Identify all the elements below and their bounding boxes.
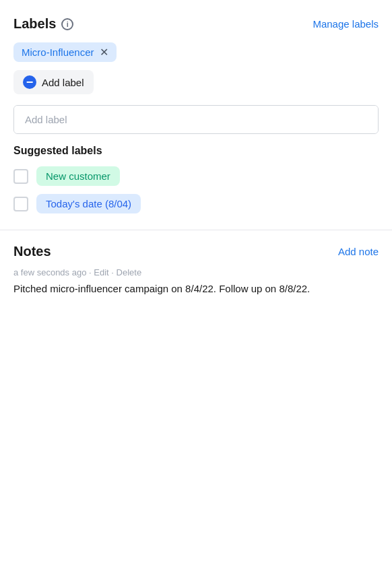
minus-circle-icon: −: [23, 75, 36, 89]
suggested-labels-list: New customer Today's date (8/04): [13, 166, 379, 213]
tags-row: Micro-Influencer ✕: [13, 42, 379, 62]
tag-chip-text: Micro-Influencer: [22, 46, 94, 58]
suggested-labels-title: Suggested labels: [13, 145, 379, 157]
labels-info-icon[interactable]: i: [61, 18, 73, 30]
labels-title: Labels: [13, 16, 56, 32]
note-meta: a few seconds ago · Edit · Delete: [13, 267, 379, 277]
add-label-button[interactable]: − Add label: [13, 70, 94, 94]
suggested-item-checkbox-todays-date[interactable]: [13, 197, 28, 211]
note-content: Pitched micro-influencer campaign on 8/4…: [13, 282, 379, 297]
manage-labels-link[interactable]: Manage labels: [313, 18, 379, 30]
label-input-wrapper: [13, 105, 379, 134]
add-note-link[interactable]: Add note: [338, 246, 379, 257]
suggested-tag-todays-date[interactable]: Today's date (8/04): [36, 194, 141, 213]
note-edit-link[interactable]: Edit: [94, 267, 108, 277]
notes-title: Notes: [13, 244, 51, 259]
note-timestamp: a few seconds ago: [13, 267, 86, 277]
suggested-item-checkbox-new-customer[interactable]: [13, 169, 28, 184]
tag-remove-button[interactable]: ✕: [100, 47, 108, 58]
tag-chip-micro-influencer: Micro-Influencer ✕: [13, 42, 117, 62]
suggested-tag-new-customer[interactable]: New customer: [36, 166, 120, 186]
suggested-item-todays-date: Today's date (8/04): [13, 194, 379, 213]
add-label-button-text: Add label: [42, 77, 84, 88]
note-delete-link[interactable]: Delete: [117, 267, 142, 277]
label-input[interactable]: [14, 106, 378, 133]
note-meta-separator-2: ·: [111, 267, 116, 277]
suggested-item-new-customer: New customer: [13, 166, 379, 186]
